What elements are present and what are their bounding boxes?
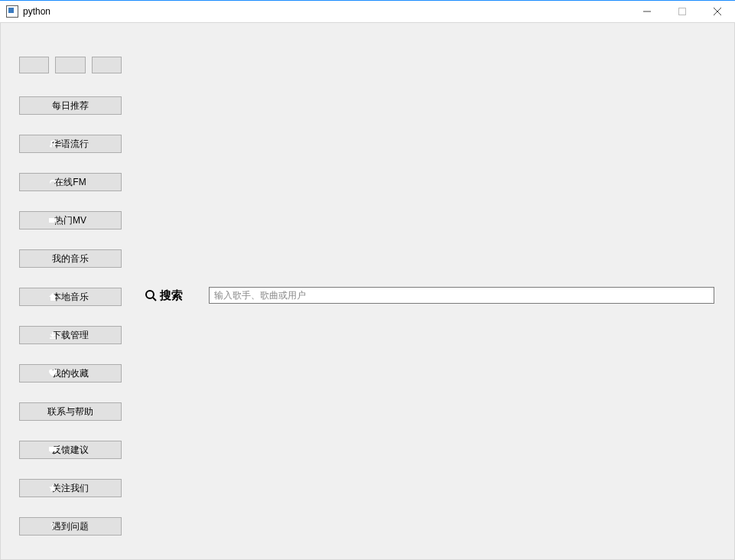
sidebar: 每日推荐 华语流行 在线FM 热门MV 我的音乐 [19,57,122,555]
maximize-button[interactable] [665,1,700,23]
window-title: python [23,6,50,17]
nav-label: 本地音乐 [20,291,121,304]
top-button-1[interactable] [19,57,49,73]
search-label-group: 搜索 [145,288,183,303]
close-button[interactable] [700,1,735,23]
nav-label: 关注我们 [20,482,121,495]
minimize-button[interactable] [629,1,665,23]
top-button-2[interactable] [55,57,85,73]
nav-online-fm[interactable]: 在线FM [19,173,122,191]
window-titlebar: python [0,0,735,23]
nav-download-manager[interactable]: 下载管理 [19,326,122,344]
svg-line-7 [153,298,156,301]
search-row: 搜索 [145,286,714,304]
video-icon [47,215,58,226]
question-icon: ? [47,521,58,532]
nav-label: 我的音乐 [20,252,121,265]
nav-label: 反馈建议 [20,444,121,457]
star-icon [47,483,58,493]
svg-rect-1 [679,8,686,15]
home-icon [47,291,58,302]
nav-label: 联系与帮助 [20,405,121,418]
search-icon [145,289,157,301]
nav-daily-recommend[interactable]: 每日推荐 [19,96,122,115]
top-button-3[interactable] [92,57,122,73]
nav-label: 热门MV [20,214,121,227]
nav-label: 每日推荐 [20,99,121,112]
nav-label: 在线FM [20,176,121,189]
radio-icon [47,177,58,187]
nav-follow-us[interactable]: 关注我们 [19,479,122,497]
client-area: 每日推荐 华语流行 在线FM 热门MV 我的音乐 [0,23,735,560]
nav-my-favorites[interactable]: 我的收藏 [19,364,122,383]
nav-label: 下载管理 [20,329,121,342]
search-label: 搜索 [160,288,183,303]
svg-text:?: ? [50,523,55,531]
nav-my-music[interactable]: 我的音乐 [19,249,122,268]
svg-point-6 [146,291,154,298]
nav-chinese-pop[interactable]: 华语流行 [19,135,122,153]
chat-icon [47,444,58,455]
app-icon [6,5,18,18]
nav-local-music[interactable]: 本地音乐 [19,288,122,306]
svg-rect-4 [49,218,54,223]
download-icon [47,330,58,340]
nav-contact-help[interactable]: 联系与帮助 [19,402,122,421]
nav-feedback[interactable]: 反馈建议 [19,441,122,459]
music-note-icon [47,138,58,149]
heart-icon [47,368,58,379]
nav-problems[interactable]: ? 遇到问题 [19,517,122,536]
nav-hot-mv[interactable]: 热门MV [19,211,122,230]
nav-label: 遇到问题 [20,520,121,533]
search-input[interactable] [209,287,714,304]
top-button-row [19,57,122,73]
nav-label: 我的收藏 [20,367,121,380]
nav-label: 华语流行 [20,138,121,151]
